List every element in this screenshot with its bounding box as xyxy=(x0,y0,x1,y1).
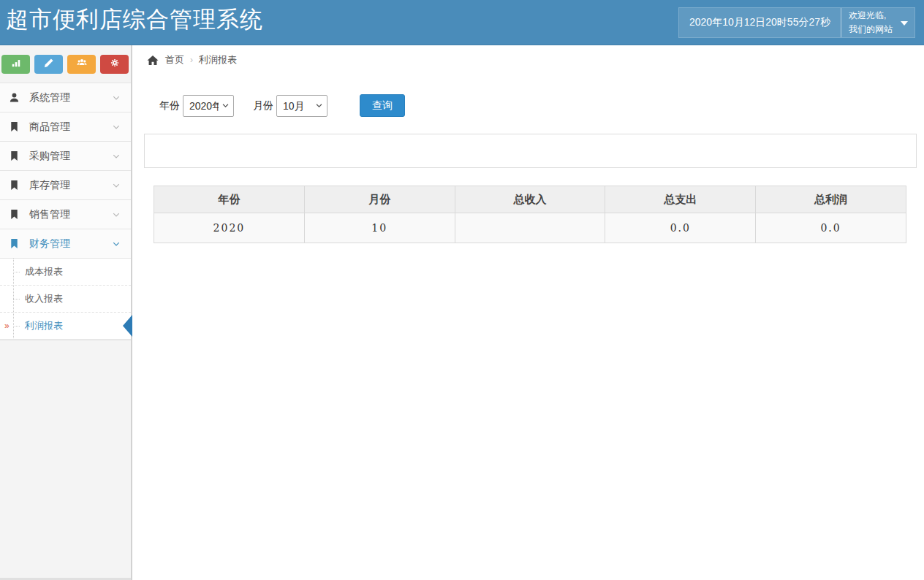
profit-report-table: 年份 月份 总收入 总支出 总利润 2020 10 0.0 0.0 xyxy=(154,186,906,243)
bar-chart-icon xyxy=(11,58,21,71)
column-header-year: 年份 xyxy=(154,186,305,213)
quick-buttons-row xyxy=(0,45,131,83)
settings-button[interactable] xyxy=(100,55,129,74)
month-select[interactable]: 10月 xyxy=(276,95,327,117)
sidebar-menu: 系统管理 商品管理 采购管理 xyxy=(0,83,131,340)
header-info-box: 2020年10月12日20时55分27秒 欢迎光临, 我们的网站 xyxy=(678,7,915,38)
finance-submenu: 成本报表 收入报表 » 利润报表 xyxy=(0,259,131,340)
breadcrumb-current: 利润报表 xyxy=(199,53,237,66)
column-header-total-income: 总收入 xyxy=(455,186,605,213)
chevron-down-icon xyxy=(112,152,121,161)
datetime-display: 2020年10月12日20时55分27秒 xyxy=(679,8,841,37)
month-select-wrap: 10月 xyxy=(276,95,327,117)
breadcrumb-home-link[interactable]: 首页 xyxy=(165,53,184,66)
table-row: 2020 10 0.0 0.0 xyxy=(154,213,906,243)
submenu-item-income-report[interactable]: 收入报表 xyxy=(0,286,131,313)
breadcrumb-separator: › xyxy=(190,55,193,65)
sidebar: 系统管理 商品管理 采购管理 xyxy=(0,45,132,580)
chart-placeholder-panel xyxy=(144,134,917,168)
table-header-row: 年份 月份 总收入 总支出 总利润 xyxy=(154,186,906,213)
year-label: 年份 xyxy=(159,99,180,112)
gear-icon xyxy=(110,58,120,71)
chart-button[interactable] xyxy=(1,55,30,74)
year-select-wrap: 2020年 xyxy=(183,95,234,117)
cell-total-expense: 0.0 xyxy=(605,213,756,243)
cell-month: 10 xyxy=(304,213,455,243)
sidebar-item-finance[interactable]: 财务管理 xyxy=(0,229,131,259)
app-title: 超市便利店综合管理系统 xyxy=(6,4,263,35)
query-button[interactable]: 查询 xyxy=(360,94,405,117)
bookmark-icon xyxy=(9,150,20,161)
column-header-total-expense: 总支出 xyxy=(605,186,756,213)
user-menu[interactable]: 欢迎光临, 我们的网站 xyxy=(841,8,914,37)
sidebar-item-system[interactable]: 系统管理 xyxy=(0,83,131,112)
sidebar-item-sales[interactable]: 销售管理 xyxy=(0,200,131,229)
submenu-item-label: 收入报表 xyxy=(25,292,63,305)
sidebar-item-label: 商品管理 xyxy=(29,121,70,134)
home-icon[interactable] xyxy=(147,55,159,66)
app-window: 超市便利店综合管理系统 2020年10月12日20时55分27秒 欢迎光临, 我… xyxy=(0,0,924,580)
welcome-text: 欢迎光临, 我们的网站 xyxy=(849,9,893,36)
filter-row: 年份 2020年 月份 10月 查询 xyxy=(159,94,924,117)
breadcrumb: 首页 › 利润报表 xyxy=(134,45,924,75)
submenu-item-label: 成本报表 xyxy=(25,265,63,278)
sidebar-item-purchase[interactable]: 采购管理 xyxy=(0,142,131,171)
submenu-item-profit-report[interactable]: » 利润报表 xyxy=(0,313,131,340)
sidebar-item-label: 库存管理 xyxy=(29,179,70,192)
chevron-down-icon xyxy=(112,181,121,190)
sidebar-item-inventory[interactable]: 库存管理 xyxy=(0,171,131,200)
chevron-down-icon xyxy=(112,240,121,248)
welcome-line2: 我们的网站 xyxy=(849,23,893,37)
bookmark-icon xyxy=(9,121,20,132)
cell-year: 2020 xyxy=(154,213,305,243)
cell-total-profit: 0.0 xyxy=(756,213,906,243)
users-icon xyxy=(77,58,87,71)
chevron-down-icon xyxy=(112,210,121,219)
main-content: 首页 › 利润报表 年份 2020年 月份 10月 xyxy=(134,45,924,580)
column-header-month: 月份 xyxy=(304,186,455,213)
users-button[interactable] xyxy=(67,55,96,74)
cell-total-income xyxy=(455,213,605,243)
sidebar-item-goods[interactable]: 商品管理 xyxy=(0,112,131,142)
column-header-total-profit: 总利润 xyxy=(756,186,906,213)
sidebar-item-label: 系统管理 xyxy=(29,91,70,104)
active-arrow-icon xyxy=(123,315,132,337)
sidebar-item-label: 销售管理 xyxy=(29,208,70,221)
edit-button[interactable] xyxy=(34,55,63,74)
bookmark-icon xyxy=(9,238,20,249)
month-label: 月份 xyxy=(253,99,273,112)
chevron-down-icon xyxy=(112,94,121,102)
bookmark-icon xyxy=(9,209,20,220)
sidebar-item-label: 采购管理 xyxy=(29,150,70,163)
top-header: 超市便利店综合管理系统 2020年10月12日20时55分27秒 欢迎光临, 我… xyxy=(0,0,924,45)
welcome-line1: 欢迎光临, xyxy=(849,9,893,23)
year-select[interactable]: 2020年 xyxy=(183,95,234,117)
caret-down-icon xyxy=(901,21,908,26)
pencil-icon xyxy=(44,58,54,71)
submenu-item-cost-report[interactable]: 成本报表 xyxy=(0,259,131,286)
chevron-down-icon xyxy=(112,123,121,131)
user-icon xyxy=(9,92,20,103)
submenu-item-label: 利润报表 xyxy=(25,319,63,332)
active-marker-icon: » xyxy=(4,321,10,331)
bookmark-icon xyxy=(9,180,20,191)
sidebar-item-label: 财务管理 xyxy=(29,237,70,251)
